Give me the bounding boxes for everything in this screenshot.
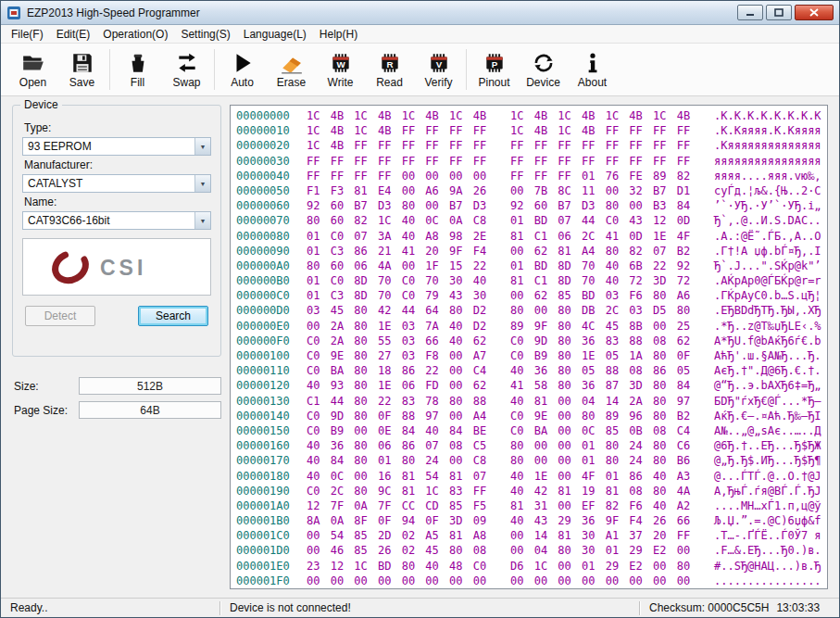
chevron-down-icon[interactable]: ▼ bbox=[194, 175, 210, 192]
hex-row[interactable]: 0000008001 C0 07 3A 40 A8 98 2E81 C1 06 … bbox=[236, 229, 827, 244]
hex-row[interactable]: 00000100C0 9E 80 27 03 F8 00 A7C0 B9 80 … bbox=[236, 348, 827, 363]
hex-bytes-right[interactable]: 01 BD 07 44 C0 43 12 0D bbox=[510, 213, 699, 228]
hex-ascii[interactable]: БDЂ"ѓxЂ€@Ѓ...*Ђ— bbox=[714, 394, 821, 409]
hex-bytes-right[interactable]: 81 31 00 EF 82 F6 40 A2 bbox=[510, 498, 699, 513]
hex-bytes-left[interactable]: 23 12 1C BD 80 40 48 C0 bbox=[307, 559, 495, 574]
hex-bytes-right[interactable]: 40 42 81 19 81 08 80 4A bbox=[510, 484, 699, 498]
hex-bytes-left[interactable]: 40 93 80 1E 06 FD 00 62 bbox=[307, 378, 495, 393]
hex-bytes-left[interactable]: C0 9E 80 27 03 F8 00 A7 bbox=[307, 348, 495, 363]
hex-row[interactable]: 000000D003 45 80 42 44 64 80 D280 00 80 … bbox=[236, 303, 827, 318]
hex-bytes-left[interactable]: 40 84 80 01 80 24 00 C8 bbox=[307, 453, 495, 468]
hex-ascii[interactable]: .T…-.ҐЃЁ..Ѓ0Ў7 я bbox=[714, 528, 821, 543]
read-button[interactable]: R Read bbox=[365, 45, 414, 94]
hex-row[interactable]: 000001F000 00 00 00 00 00 00 0000 00 00 … bbox=[236, 574, 827, 588]
fill-button[interactable]: Fill bbox=[113, 45, 162, 94]
hex-row[interactable]: 00000140C0 9D 80 0F 88 97 00 A4C0 9E 00 … bbox=[236, 409, 827, 423]
hex-bytes-right[interactable]: 01 BD 8D 70 40 6B 22 92 bbox=[510, 259, 699, 273]
hex-bytes-left[interactable]: 00 46 85 26 02 45 80 08 bbox=[307, 543, 495, 558]
hex-ascii[interactable]: А№..„@„ѕАє..…..Д bbox=[714, 423, 821, 438]
hex-view[interactable]: 000000001C 4B 1C 4B 1C 4B 1C 4B1C 4B 1C … bbox=[230, 105, 828, 589]
hex-bytes-right[interactable]: 00 62 85 BD 03 F6 80 A6 bbox=[510, 288, 699, 303]
hex-row[interactable]: 000000B001 C0 8D 70 C0 70 30 4081 C1 8D … bbox=[236, 273, 827, 288]
menu-item-file[interactable]: File(F) bbox=[5, 26, 50, 43]
hex-bytes-left[interactable]: 40 0C 00 16 81 54 81 07 bbox=[307, 469, 495, 484]
hex-row[interactable]: 0000012040 93 80 1E 06 FD 00 6241 58 80 … bbox=[236, 378, 827, 393]
hex-row[interactable]: 000000F0C0 2A 80 55 03 66 40 62C0 9D 80 … bbox=[236, 334, 827, 348]
hex-bytes-right[interactable]: 00 14 81 30 A1 37 20 FF bbox=[510, 528, 699, 543]
hex-row[interactable]: 000000201C 4B FF FF FF FF FF FFFF FF FF … bbox=[236, 138, 827, 153]
hex-bytes-left[interactable]: C1 44 80 22 83 78 80 88 bbox=[307, 394, 495, 409]
hex-row[interactable]: 000001E023 12 1C BD 80 40 48 C0D6 1C 00 … bbox=[236, 559, 827, 574]
hex-ascii[interactable]: .ГЌpАyC0.b…Ѕ.цЂ¦ bbox=[714, 288, 821, 303]
hex-bytes-right[interactable]: 40 36 80 05 88 08 86 05 bbox=[510, 363, 699, 378]
hex-bytes-left[interactable]: 01 C0 8D 70 C0 70 30 40 bbox=[307, 273, 495, 288]
hex-row[interactable]: 000000E000 2A 80 1E 03 7A 40 D289 9F 80 … bbox=[236, 319, 827, 334]
close-button[interactable] bbox=[795, 5, 834, 20]
hex-ascii[interactable]: .А.:@Ё˜.ЃБ.,A..O bbox=[714, 229, 821, 244]
chevron-down-icon[interactable]: ▼ bbox=[194, 212, 210, 229]
hex-bytes-left[interactable]: 00 2A 80 1E 03 7A 40 D2 bbox=[307, 319, 495, 334]
hex-bytes-right[interactable]: C0 9D 80 36 83 88 08 62 bbox=[510, 334, 699, 348]
verify-button[interactable]: V Verify bbox=[414, 45, 463, 94]
hex-bytes-right[interactable]: D6 1C 00 01 29 E2 00 80 bbox=[510, 559, 699, 574]
hex-bytes-left[interactable]: FF FF FF FF 00 00 00 00 bbox=[307, 169, 495, 183]
hex-row[interactable]: 00000110C0 BA 80 18 86 22 00 C440 36 80 … bbox=[236, 363, 827, 378]
hex-bytes-right[interactable]: 00 7B 8C 11 00 32 B7 D1 bbox=[510, 183, 699, 198]
hex-row[interactable]: 000001D000 46 85 26 02 45 80 0800 04 80 … bbox=[236, 543, 827, 558]
hex-row[interactable]: 000000C001 C3 8D 70 C0 79 43 3000 62 85 … bbox=[236, 288, 827, 303]
hex-ascii[interactable]: .K.Kяяяя.K.Kяяяя bbox=[714, 123, 821, 138]
auto-button[interactable]: Auto bbox=[218, 45, 267, 94]
erase-button[interactable]: Erase bbox=[267, 45, 316, 94]
hex-row[interactable]: 000000101C 4B 1C 4B FF FF FF FF1C 4B 1C … bbox=[236, 123, 827, 138]
hex-ascii[interactable]: .F…&.EЂ...Ђ0.)в. bbox=[714, 543, 821, 558]
hex-bytes-left[interactable]: F1 F3 81 E4 00 A6 9A 26 bbox=[307, 183, 495, 198]
menu-item-operation[interactable]: Operation(O) bbox=[96, 26, 174, 43]
hex-row[interactable]: 000001B08A 0A 8F 0F 94 0F 3D 0940 43 29 … bbox=[236, 513, 827, 528]
hex-bytes-left[interactable]: C0 BA 80 18 86 22 00 C4 bbox=[307, 363, 495, 378]
hex-ascii[interactable]: АєЂ.†".Д@6Ђ.€.†. bbox=[714, 363, 821, 378]
hex-ascii[interactable]: @6Ђ.†..ЕЂ...Ђ$ЂЖ bbox=[714, 438, 821, 453]
hex-bytes-right[interactable]: 1C 4B 1C 4B FF FF FF FF bbox=[510, 123, 699, 138]
about-button[interactable]: About bbox=[568, 45, 617, 94]
hex-row[interactable]: 0000006092 60 B7 D3 80 00 B7 D392 60 B7 … bbox=[236, 198, 827, 213]
hex-row[interactable]: 00000130C1 44 80 22 83 78 80 8840 81 00 … bbox=[236, 394, 827, 409]
hex-ascii[interactable]: Ђ`‚.@..И.Ѕ.DАC.. bbox=[714, 213, 821, 228]
hex-bytes-left[interactable]: 80 60 82 1C 40 0C 0A C8 bbox=[307, 213, 495, 228]
hex-bytes-right[interactable]: 00 04 80 30 01 29 E2 00 bbox=[510, 543, 699, 558]
hex-bytes-right[interactable]: FF FF FF FF FF FF FF FF bbox=[510, 154, 699, 169]
hex-row[interactable]: 0000009001 C3 86 21 41 20 9F F400 62 81 … bbox=[236, 244, 827, 259]
hex-ascii[interactable]: Ђ`.J...".ЅЌp@k"’ bbox=[714, 259, 821, 273]
hex-bytes-left[interactable]: 12 7F 0A 7F CC CD 85 F5 bbox=[307, 498, 495, 513]
hex-bytes-left[interactable]: 92 60 B7 D3 80 00 B7 D3 bbox=[307, 198, 495, 213]
save-button[interactable]: Save bbox=[57, 45, 107, 94]
titlebar[interactable]: EZP2013 High-Speed Programmer bbox=[1, 1, 839, 25]
hex-ascii[interactable]: .Г†!A џф.bЃ¤Ђ‚.І bbox=[714, 244, 821, 259]
hex-bytes-left[interactable]: C0 2C 80 9C 81 1C 83 FF bbox=[307, 484, 495, 498]
hex-row[interactable]: 0000007080 60 82 1C 40 0C 0A C801 BD 07 … bbox=[236, 213, 827, 228]
hex-bytes-left[interactable]: 80 60 06 4A 00 1F 15 22 bbox=[307, 259, 495, 273]
hex-ascii[interactable]: яяяяяяяяяяяяяяяя bbox=[714, 154, 821, 169]
menu-item-edit[interactable]: Edit(E) bbox=[50, 26, 97, 43]
hex-ascii[interactable]: Љ.Џ.”.=.@C)6џф&f bbox=[714, 513, 821, 528]
hex-bytes-right[interactable]: 00 00 00 00 00 00 00 00 bbox=[510, 574, 699, 588]
hex-ascii[interactable]: @...ЃTЃ.@..O.†@Ј bbox=[714, 469, 821, 484]
hex-row[interactable]: 000001A012 7F 0A 7F CC CD 85 F581 31 00 … bbox=[236, 498, 827, 513]
hex-bytes-right[interactable]: 89 9F 80 4C 45 8B 00 25 bbox=[510, 319, 699, 334]
hex-ascii[interactable]: @„Ђ.Ђ$.ИЂ...Ђ$Ђ¶ bbox=[714, 453, 821, 468]
write-button[interactable]: W Write bbox=[316, 45, 365, 94]
hex-bytes-right[interactable]: 00 62 81 A4 80 82 07 B2 bbox=[510, 244, 699, 259]
maximize-button[interactable] bbox=[766, 5, 792, 20]
hex-bytes-right[interactable]: C0 9E 00 80 89 96 80 B2 bbox=[510, 409, 699, 423]
minimize-button[interactable] bbox=[737, 5, 763, 20]
hex-bytes-left[interactable]: 40 36 80 06 86 07 08 C5 bbox=[307, 438, 495, 453]
hex-ascii[interactable]: АћЂ'.ш.§А№Ђ...Ђ. bbox=[714, 348, 821, 363]
hex-ascii[interactable]: ....МН…хЃ1.п‚ц@ў bbox=[714, 498, 821, 513]
hex-ascii[interactable]: ’`·УЂ.·У’`·УЂ.і„ bbox=[714, 198, 821, 213]
hex-bytes-left[interactable]: 01 C3 86 21 41 20 9F F4 bbox=[307, 244, 495, 259]
hex-row[interactable]: 00000190C0 2C 80 9C 81 1C 83 FF40 42 81 … bbox=[236, 484, 827, 498]
hex-bytes-left[interactable]: 03 45 80 42 44 64 80 D2 bbox=[307, 303, 495, 318]
hex-row[interactable]: 000000A080 60 06 4A 00 1F 15 2201 BD 8D … bbox=[236, 259, 827, 273]
hex-bytes-right[interactable]: 40 43 29 36 9F F4 26 66 bbox=[510, 513, 699, 528]
hex-bytes-left[interactable]: 01 C3 8D 70 C0 79 43 30 bbox=[307, 288, 495, 303]
hex-row[interactable]: 000000001C 4B 1C 4B 1C 4B 1C 4B1C 4B 1C … bbox=[236, 108, 827, 123]
